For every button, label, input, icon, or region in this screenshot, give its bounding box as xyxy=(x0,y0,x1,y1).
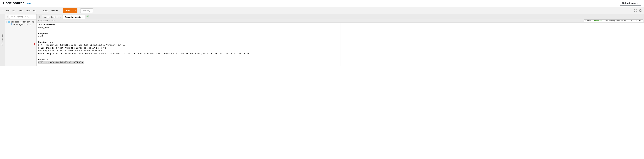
memory-pill: Max memory used: 37 MB xyxy=(603,20,628,22)
svg-rect-2 xyxy=(39,16,40,17)
request-id-value: 873611bc-6a6c-4aa5-8358-92d10f5b86c0 xyxy=(38,61,84,64)
caret-down-icon: ▼ xyxy=(637,2,639,4)
tab-list-icon[interactable] xyxy=(38,16,42,18)
tree-root-label: unbiased_coder_lam xyxy=(11,21,30,23)
tab-label: Execution results xyxy=(65,16,81,18)
response-value: null xyxy=(38,35,43,38)
python-file-icon xyxy=(10,23,13,26)
info-link[interactable]: Info xyxy=(27,2,30,5)
menu-view[interactable]: View xyxy=(25,9,32,12)
response-label: Response xyxy=(38,32,642,35)
tab-label: lambda_function. xyxy=(44,16,58,18)
close-icon[interactable]: × xyxy=(82,16,83,18)
memory-value: 37 MB xyxy=(621,20,626,22)
fullscreen-icon[interactable] xyxy=(634,9,637,12)
search-icon xyxy=(5,15,8,18)
chevron-down-icon[interactable]: ▼ xyxy=(6,21,7,23)
goto-input[interactable] xyxy=(9,15,36,19)
menu-edit[interactable]: Edit xyxy=(12,9,17,12)
svg-line-1 xyxy=(7,17,8,18)
status-pill: Status: Succeeded xyxy=(584,20,603,22)
caret-down-icon: ▼ xyxy=(74,10,76,12)
test-event-name-label: Test Event Name xyxy=(38,23,642,26)
menu-find[interactable]: Find xyxy=(18,9,24,12)
menu-window[interactable]: Window xyxy=(50,9,59,12)
tab-execution-results[interactable]: Execution results × xyxy=(62,15,85,19)
log-line: END RequestId: 873611bc-6a6c-4aa5-8358-9… xyxy=(38,50,102,52)
upload-from-label: Upload from xyxy=(622,2,636,4)
sidebar: ▼ unbiased_coder_lam ▾ xyxy=(5,14,36,66)
add-tab-button[interactable]: + xyxy=(86,15,89,18)
page-title: Code source xyxy=(3,1,24,5)
test-event-name-value: test_event xyxy=(38,26,51,29)
folder-icon xyxy=(8,21,10,23)
menu-go[interactable]: Go xyxy=(32,9,37,12)
chevron-down-icon: ▼ xyxy=(38,20,39,22)
environment-rail[interactable]: Environment xyxy=(0,14,5,66)
test-dropdown-button[interactable]: ▼ xyxy=(73,9,78,13)
execution-output[interactable]: Test Event Nametest_event Responsenull F… xyxy=(36,23,644,66)
status-label: Status: xyxy=(586,20,592,22)
memory-label: Max memory used: xyxy=(604,20,621,22)
menu-tools[interactable]: Tools xyxy=(42,9,49,12)
editor-area: lambda_function. × Execution results × +… xyxy=(36,14,644,66)
cloud9-ide: ▲ File Edit Find View Go Tools Window Te… xyxy=(0,7,644,66)
request-id-label: Request ID xyxy=(38,58,642,61)
execution-results-title: Execution results xyxy=(40,20,54,22)
tab-row: lambda_function. × Execution results × + xyxy=(36,14,644,19)
tree-file[interactable]: lambda_function.py xyxy=(5,23,36,26)
status-value: Succeeded xyxy=(592,20,602,22)
svg-point-0 xyxy=(6,16,8,17)
tree-gear-icon[interactable]: ▾ xyxy=(32,21,36,23)
tree-root[interactable]: ▼ unbiased_coder_lam ▾ xyxy=(5,21,36,23)
time-label: Time: xyxy=(630,20,634,22)
time-value: 1.27 ms xyxy=(634,20,642,22)
execution-results-header[interactable]: ▼ Execution results Status: Succeeded Ma… xyxy=(36,19,644,23)
menubar: ▲ File Edit Find View Go Tools Window Te… xyxy=(0,7,644,14)
ide-body: Environment ▼ xyxy=(0,14,644,66)
log-line: START RequestId: 873611bc-6a6c-4aa5-8358… xyxy=(38,44,126,46)
file-tree: ▼ unbiased_coder_lam ▾ xyxy=(5,20,36,26)
execution-body: Test Event Nametest_event Responsenull F… xyxy=(36,23,644,66)
menu-file[interactable]: File xyxy=(5,9,10,12)
test-button[interactable]: Test xyxy=(63,9,73,13)
gear-icon[interactable] xyxy=(639,9,642,12)
log-line: Hello this is a test from the Layer to s… xyxy=(38,47,106,49)
tab-lambda-function[interactable]: lambda_function. × xyxy=(42,15,63,19)
time-pill: Time: 1.27 ms xyxy=(628,20,643,22)
close-icon[interactable]: × xyxy=(60,16,60,18)
svg-rect-3 xyxy=(39,17,40,17)
function-logs-label: Function Logs xyxy=(38,41,642,44)
log-line: REPORT RequestId: 873611bc-6a6c-4aa5-835… xyxy=(38,53,250,55)
upload-from-button[interactable]: Upload from ▼ xyxy=(620,1,641,6)
tree-file-label: lambda_function.py xyxy=(14,23,31,26)
collapse-icon[interactable]: ▲ xyxy=(2,10,4,12)
deploy-button[interactable]: Deploy xyxy=(80,9,93,13)
